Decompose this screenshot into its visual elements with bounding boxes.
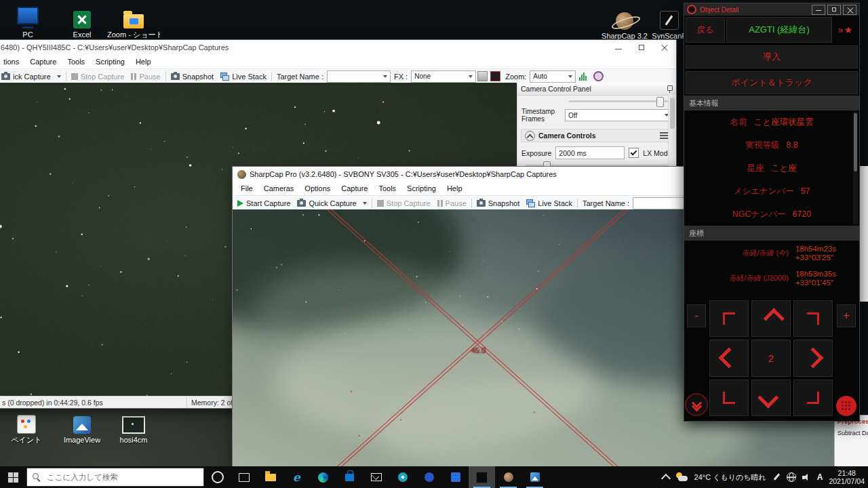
desktop-icon-excel[interactable]: Excel [56,4,108,39]
snapshot-button[interactable]: Snapshot [473,199,523,207]
minimize-button[interactable] [812,5,825,15]
collapse-icon[interactable] [525,131,535,141]
taskbar-clock[interactable]: 21:48 2021/07/04 [829,469,865,485]
taskbar-store[interactable] [336,466,363,488]
slew-up-button[interactable] [751,300,791,337]
menu-options[interactable]: Options [299,182,336,195]
chevron-down-icon [57,75,61,78]
menu-options[interactable]: tions [0,55,24,68]
planet-icon [504,472,513,482]
mount-name: AZGTI (経緯台) [726,17,832,43]
desktop-icon-pc[interactable]: PC [1,4,54,39]
tray-overflow-icon[interactable] [661,474,671,483]
stop-icon [377,200,384,207]
maximize-button[interactable] [827,5,841,15]
desktop-icon-imageview[interactable]: ImageView [56,409,108,444]
rate-minus-button[interactable]: - [687,304,706,327]
start-capture-button[interactable]: Start Capture [234,199,294,207]
taskbar-edge-legacy[interactable] [283,466,310,488]
menu-capture[interactable]: Capture [336,182,373,195]
subtract-dark-option[interactable]: Subtract Dark [837,430,868,436]
menu-capture[interactable]: Capture [24,55,62,68]
taskbar-maps[interactable] [389,466,416,488]
taskbar-edge[interactable] [310,466,336,488]
task-view-button[interactable] [231,466,257,488]
volume-icon[interactable] [802,474,811,481]
dpad-corner-topleft-button[interactable] [709,300,749,337]
quick-capture-button[interactable]: ick Capture [0,73,64,81]
capture-status: s (0 dropped) in 0:44:29, 0.6 fps [0,396,187,408]
weather-text[interactable]: 24°C くもりのち晴れ [694,472,766,483]
slew-left-button[interactable] [709,340,749,376]
network-icon[interactable] [787,472,796,482]
menu-scripting[interactable]: Scripting [401,182,441,195]
back-button[interactable]: 戻る [686,17,725,43]
stop-capture-button[interactable]: Stop Capture [374,199,434,207]
taskbar-search[interactable] [26,468,204,487]
desktop-icon-hosi4cm[interactable]: hosi4cm [107,409,160,444]
zoom-combo[interactable]: Auto [530,70,576,83]
slew-right-button[interactable] [793,340,833,376]
stop-capture-button[interactable]: Stop Capture [68,73,128,81]
goto-button[interactable]: 導入 [686,45,858,68]
menu-tools[interactable]: Tools [373,182,401,195]
menu-help[interactable]: Help [130,55,157,68]
snapshot-button[interactable]: Snapshot [167,73,217,81]
maximize-button[interactable] [630,40,653,55]
pause-button[interactable]: Pause [127,73,163,81]
menu-file[interactable]: File [235,182,258,195]
taskbar-sharpcap[interactable] [469,466,495,488]
play-icon [237,200,243,207]
cortana-button[interactable] [204,466,231,488]
taskbar-app-tile[interactable] [442,466,469,488]
taskbar-mail[interactable] [363,466,389,488]
display-colour-button[interactable] [490,71,500,81]
search-input[interactable] [45,472,198,482]
menu-scripting[interactable]: Scripting [90,55,130,68]
taskbar-app-circle[interactable] [416,466,442,488]
pause-button[interactable]: Pause [434,199,470,207]
taskbar-file-explorer[interactable] [257,466,283,488]
menu-cameras[interactable]: Cameras [258,182,300,195]
lx-mode-checkbox[interactable] [629,148,639,158]
target-name-combo[interactable] [327,70,391,83]
taskbar-imageview[interactable] [521,466,548,488]
collapse-pad-button[interactable] [685,393,708,416]
taskbar-sharpcap32[interactable] [495,466,521,488]
live-stack-button[interactable]: Live Stack [217,73,270,81]
basic-info-header: 基本情報 [684,96,859,110]
minimize-button[interactable] [607,40,630,55]
menu-tools[interactable]: Tools [62,55,90,68]
close-button[interactable] [843,5,856,15]
start-button[interactable] [0,466,26,488]
display-stretch-button[interactable] [477,71,488,81]
slew-down-button[interactable] [751,380,791,416]
paint-icon [17,409,36,434]
panel-slider[interactable] [569,100,668,102]
desktop-icon-zoom[interactable]: Zoom - ショートカッ [107,4,160,39]
close-button[interactable] [653,40,676,55]
dpad-corner-topright-button[interactable] [793,300,833,337]
ime-indicator[interactable]: A [817,472,823,482]
connection-star-icons[interactable]: »★ [833,17,858,43]
more-options-button[interactable] [836,396,856,416]
point-and-track-button[interactable]: ポイント＆トラック [686,71,858,94]
histogram-button[interactable] [576,73,590,81]
timestamp-frames-select[interactable]: Off [565,109,672,121]
desktop-icon-paint[interactable]: ペイント [0,409,53,444]
camera-controls-header[interactable]: Camera Controls [521,129,673,142]
object-detail-titlebar[interactable]: Object Detail [684,3,859,16]
dpad-corner-bottomright-button[interactable] [793,380,833,416]
exposure-input[interactable]: 2000 ms [555,146,625,159]
reticule-button[interactable] [590,71,607,81]
list-scrollbar[interactable] [853,112,858,224]
quick-capture-button[interactable]: Quick Capture [294,199,370,207]
window-titlebar[interactable]: 6480) - QHY5III485C - C:¥Users¥user¥Desk… [0,40,676,55]
live-stack-button[interactable]: Live Stack [523,199,576,207]
rate-plus-button[interactable]: + [837,304,856,327]
fx-combo[interactable]: None [411,70,476,83]
pen-icon[interactable] [772,473,781,482]
menu-help[interactable]: Help [441,182,468,195]
dpad-corner-bottomleft-button[interactable] [709,380,749,416]
pin-icon[interactable] [666,85,673,93]
